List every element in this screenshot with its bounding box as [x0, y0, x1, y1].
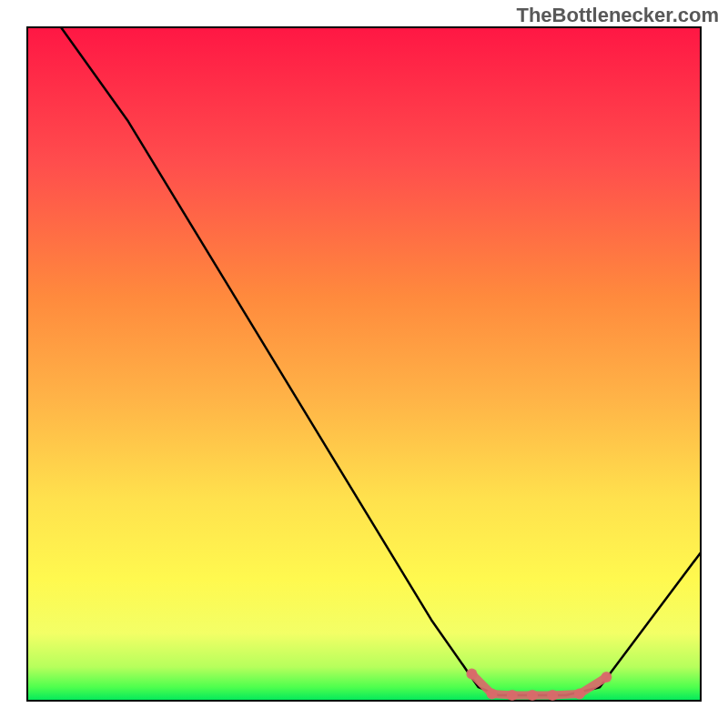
optimal-zone-point [466, 668, 477, 679]
optimal-zone-point [601, 672, 612, 682]
optimal-zone-point [547, 690, 558, 701]
chart-svg [0, 0, 728, 728]
optimal-zone-point [527, 690, 538, 701]
optimal-zone-point [487, 689, 498, 700]
chart-container [0, 0, 728, 728]
optimal-zone-point [574, 689, 585, 700]
watermark-text: TheBottlenecker.com [516, 4, 719, 27]
optimal-zone-point [507, 690, 518, 701]
gradient-background [27, 27, 701, 701]
